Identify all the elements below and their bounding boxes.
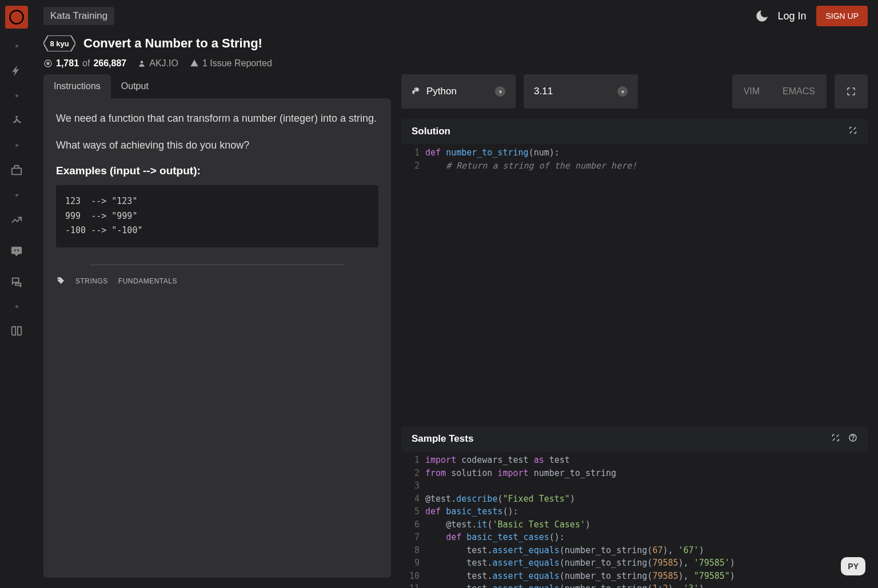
signup-button[interactable]: SIGN UP	[816, 6, 868, 26]
chevron-down-icon: ▾	[495, 86, 505, 97]
sidebar-divider	[15, 194, 18, 197]
expand-tests-icon[interactable]	[831, 433, 840, 445]
sidebar-divider	[15, 45, 18, 47]
kata-header: 8 kyu Convert a Number to a String! 1,78…	[33, 32, 878, 74]
solution-editor: Solution 12 def number_to_string(num): #…	[401, 119, 868, 416]
editor-mode-group: VIM EMACS	[732, 74, 827, 109]
fullscreen-button[interactable]	[835, 74, 868, 109]
tests-editor: Sample Tests 123456789101112 import code…	[401, 426, 868, 588]
chat-icon[interactable]	[9, 274, 24, 289]
solution-title: Solution	[412, 126, 450, 137]
sidebar-divider	[15, 94, 18, 97]
language-badge[interactable]: PY	[841, 557, 865, 575]
language-dropdown[interactable]: Python ▾	[401, 74, 516, 109]
solution-code[interactable]: 12 def number_to_string(num): # Return a…	[401, 144, 868, 416]
career-icon[interactable]	[9, 163, 24, 178]
login-link[interactable]: Log In	[777, 10, 806, 22]
svg-rect-2	[12, 168, 22, 174]
svg-point-12	[853, 439, 853, 440]
tag-icon	[56, 277, 65, 286]
tags: STRINGS FUNDAMENTALS	[56, 277, 378, 286]
description-panel: We need a function that can transform a …	[43, 98, 391, 578]
svg-point-4	[17, 250, 19, 251]
sidebar	[0, 0, 33, 588]
expand-solution-icon[interactable]	[848, 126, 857, 137]
tests-code[interactable]: 123456789101112 import codewars_test as …	[401, 451, 868, 588]
issues-meta[interactable]: 1 Issue Reported	[190, 58, 272, 69]
svg-point-9	[141, 61, 143, 63]
svg-point-3	[14, 250, 16, 251]
right-panel: Python ▾ 3.11 ▾ VIM EMACS Solutio	[401, 74, 868, 578]
divider	[90, 265, 344, 265]
progress-meta: 1,781 of 266,887	[43, 58, 126, 69]
svg-point-10	[58, 278, 59, 279]
tab-output[interactable]: Output	[111, 74, 159, 98]
main: Kata Training Log In SIGN UP 8 kyu Conve…	[33, 0, 878, 588]
editor-toolbar: Python ▾ 3.11 ▾ VIM EMACS	[401, 74, 868, 109]
desc-p2: What ways of achieving this do you know?	[56, 138, 378, 153]
tests-title: Sample Tests	[412, 433, 473, 445]
kyu-badge: 8 kyu	[43, 35, 75, 51]
sidebar-divider	[15, 144, 18, 147]
discord-icon[interactable]	[9, 243, 24, 258]
docs-icon[interactable]	[9, 324, 24, 339]
author-meta[interactable]: AKJ.IO	[138, 58, 178, 69]
svg-point-1	[15, 116, 18, 118]
vim-mode[interactable]: VIM	[732, 74, 771, 109]
svg-text:8 kyu: 8 kyu	[50, 39, 69, 48]
tag-strings[interactable]: STRINGS	[75, 277, 108, 285]
tabs: Instructions Output	[43, 74, 391, 98]
tab-instructions[interactable]: Instructions	[43, 74, 111, 98]
practice-icon[interactable]	[9, 63, 24, 78]
freestyle-icon[interactable]	[9, 113, 24, 128]
sidebar-divider	[15, 305, 18, 308]
examples-code: 123 --> "123" 999 --> "999" -100 --> "-1…	[56, 185, 378, 247]
left-panel: Instructions Output We need a function t…	[43, 74, 391, 578]
emacs-mode[interactable]: EMACS	[771, 74, 827, 109]
dark-mode-icon[interactable]	[755, 9, 769, 23]
topbar: Kata Training Log In SIGN UP	[33, 0, 878, 32]
help-tests-icon[interactable]	[848, 433, 857, 445]
python-icon	[412, 87, 421, 96]
kata-title: Convert a Number to a String!	[83, 36, 262, 51]
desc-p1: We need a function that can transform a …	[56, 111, 378, 126]
tag-fundamentals[interactable]: FUNDAMENTALS	[118, 277, 177, 285]
leaderboard-icon[interactable]	[9, 213, 24, 227]
version-dropdown[interactable]: 3.11 ▾	[524, 74, 638, 109]
chevron-down-icon: ▾	[617, 86, 628, 97]
examples-heading: Examples (input --> output):	[56, 165, 378, 177]
svg-point-8	[47, 62, 49, 65]
logo[interactable]	[5, 6, 28, 29]
breadcrumb[interactable]: Kata Training	[43, 7, 114, 25]
